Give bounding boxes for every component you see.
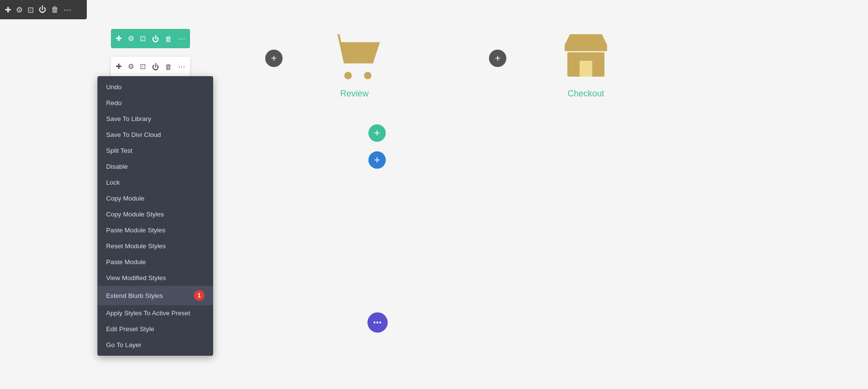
menu-item-label-go-to-layer: Go To Layer <box>106 341 141 349</box>
add-section-right[interactable]: + <box>489 50 506 67</box>
add-row-button[interactable]: + <box>368 124 386 142</box>
et2-more-icon[interactable]: ⋯ <box>178 62 185 71</box>
plus-button-right[interactable]: + <box>489 50 506 67</box>
menu-item-label-paste-module-styles: Paste Module Styles <box>106 227 165 234</box>
menu-item-apply-styles-to-active-preset[interactable]: Apply Styles To Active Preset <box>97 305 213 321</box>
menu-item-label-lock: Lock <box>106 179 120 186</box>
window-icon[interactable]: ⊡ <box>27 5 34 14</box>
svg-rect-2 <box>565 45 607 51</box>
svg-rect-4 <box>580 61 592 77</box>
menu-item-label-view-modified-styles: View Modified Styles <box>106 274 166 282</box>
checkout-label: Checkout <box>568 89 604 99</box>
trash-icon[interactable]: 🗑 <box>51 5 59 14</box>
menu-item-extend-blurb-styles[interactable]: Extend Blurb Styles1 <box>97 286 213 305</box>
et-power-icon[interactable]: ⏻ <box>152 35 159 43</box>
menu-item-save-to-library[interactable]: Save To Library <box>97 111 213 127</box>
menu-item-split-test[interactable]: Split Test <box>97 143 213 159</box>
more-icon[interactable]: ⋯ <box>64 5 71 14</box>
power-icon[interactable]: ⏻ <box>39 5 46 14</box>
menu-item-reset-module-styles[interactable]: Reset Module Styles <box>97 238 213 254</box>
menu-item-label-apply-styles-to-active-preset: Apply Styles To Active Preset <box>106 309 190 317</box>
cart-icon <box>328 29 381 84</box>
menu-item-label-save-to-divi-cloud: Save To Divi Cloud <box>106 131 161 138</box>
et-window-icon[interactable]: ⊡ <box>140 34 146 43</box>
svg-point-0 <box>344 72 352 79</box>
et-more-icon[interactable]: ⋯ <box>178 34 185 43</box>
more-options-button[interactable]: ••• <box>367 312 388 333</box>
menu-item-disable[interactable]: Disable <box>97 159 213 174</box>
menu-item-go-to-layer[interactable]: Go To Layer <box>97 337 213 353</box>
menu-item-copy-module[interactable]: Copy Module <box>97 190 213 206</box>
menu-item-label-disable: Disable <box>106 163 128 170</box>
menu-item-lock[interactable]: Lock <box>97 174 213 190</box>
et2-power-icon[interactable]: ⏻ <box>152 63 159 71</box>
menu-item-label-redo: Redo <box>106 99 122 107</box>
menu-item-label-copy-module: Copy Module <box>106 195 145 202</box>
et-gear-icon[interactable]: ⚙ <box>128 34 134 43</box>
review-label: Review <box>340 89 368 99</box>
et2-trash-icon[interactable]: 🗑 <box>165 63 172 71</box>
menu-item-label-edit-preset-style: Edit Preset Style <box>106 325 154 333</box>
gear-icon[interactable]: ⚙ <box>16 5 23 14</box>
menu-item-undo[interactable]: Undo <box>97 79 213 95</box>
top-toolbar: ✚ ⚙ ⊡ ⏻ 🗑 ⋯ <box>0 0 87 19</box>
menu-item-paste-module-styles[interactable]: Paste Module Styles <box>97 222 213 238</box>
add-row-teal[interactable]: + <box>368 124 386 142</box>
checkout-section: Checkout <box>559 29 612 99</box>
plus-button-left[interactable]: + <box>265 50 283 67</box>
menu-item-label-split-test: Split Test <box>106 147 133 154</box>
menu-item-paste-module[interactable]: Paste Module <box>97 254 213 270</box>
menu-item-label-save-to-library: Save To Library <box>106 115 151 122</box>
store-icon <box>559 29 612 84</box>
menu-item-label-extend-blurb-styles: Extend Blurb Styles <box>106 292 163 299</box>
menu-item-copy-module-styles[interactable]: Copy Module Styles <box>97 206 213 222</box>
add-section-left[interactable]: + <box>265 50 283 67</box>
element-toolbar-white: ✚ ⚙ ⊡ ⏻ 🗑 ⋯ <box>111 57 190 76</box>
add-module-blue[interactable]: + <box>368 151 386 169</box>
et-trash-icon[interactable]: 🗑 <box>165 35 172 43</box>
et2-window-icon[interactable]: ⊡ <box>140 62 146 71</box>
et2-gear-icon[interactable]: ⚙ <box>128 62 134 71</box>
menu-item-redo[interactable]: Redo <box>97 95 213 111</box>
menu-item-badge-extend-blurb-styles: 1 <box>194 290 204 301</box>
add-module-button[interactable]: + <box>368 151 386 169</box>
menu-item-view-modified-styles[interactable]: View Modified Styles <box>97 270 213 286</box>
svg-point-1 <box>364 72 371 79</box>
et-add-icon[interactable]: ✚ <box>116 34 122 43</box>
menu-item-label-copy-module-styles: Copy Module Styles <box>106 211 164 218</box>
menu-item-label-paste-module: Paste Module <box>106 258 146 266</box>
menu-item-save-to-divi-cloud[interactable]: Save To Divi Cloud <box>97 127 213 143</box>
context-menu: UndoRedoSave To LibrarySave To Divi Clou… <box>97 76 213 356</box>
review-section: Review <box>328 29 381 99</box>
menu-item-edit-preset-style[interactable]: Edit Preset Style <box>97 321 213 337</box>
dots-menu-button[interactable]: ••• <box>367 312 388 333</box>
et2-add-icon[interactable]: ✚ <box>116 62 122 71</box>
element-toolbar-green: ✚ ⚙ ⊡ ⏻ 🗑 ⋯ <box>111 29 190 48</box>
menu-item-label-reset-module-styles: Reset Module Styles <box>106 242 166 250</box>
add-icon[interactable]: ✚ <box>5 5 11 14</box>
menu-item-label-undo: Undo <box>106 83 122 91</box>
